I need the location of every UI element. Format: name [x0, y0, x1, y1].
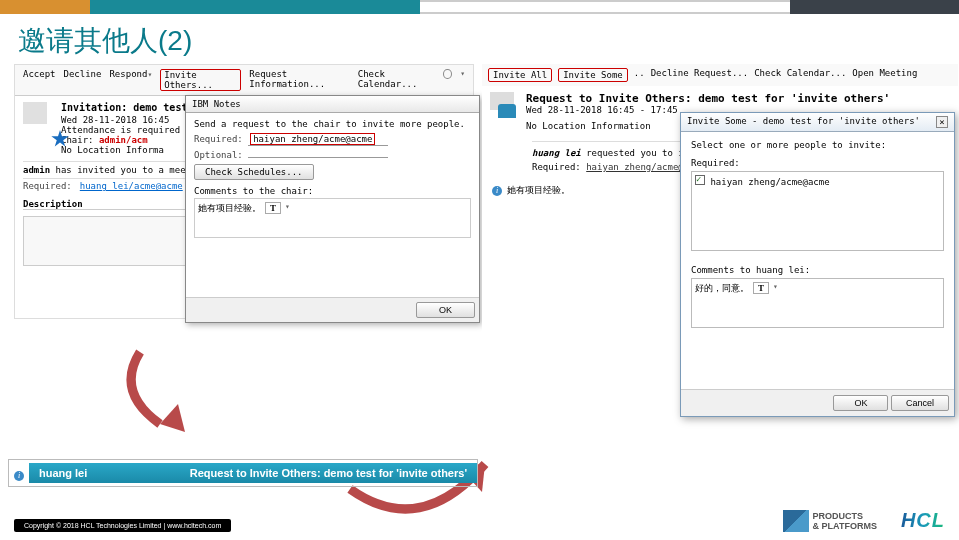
list-item[interactable]: haiyan zheng/acme@acme — [695, 175, 940, 187]
calendar-icon — [23, 102, 47, 124]
invite-some-dialog: Invite Some - demo test for 'invite othe… — [680, 112, 955, 417]
optional-input[interactable] — [248, 155, 388, 158]
info-icon: i — [492, 186, 502, 196]
caret-icon[interactable]: ▾ — [460, 69, 465, 91]
pp-line2: & PLATFORMS — [813, 521, 877, 531]
notification-name: huang lei — [39, 467, 87, 479]
band-dark — [790, 0, 959, 14]
band-orange — [0, 0, 90, 14]
copyright-text: Copyright © 2018 HCL Technologies Limite… — [14, 519, 231, 532]
ok-button[interactable]: OK — [833, 395, 888, 411]
comment-text: 她有项目经验。 — [507, 185, 570, 195]
notification-content: huang lei Request to Invite Others: demo… — [29, 463, 477, 483]
pp-line1: PRODUCTS — [813, 511, 877, 521]
inviter-name: admin — [23, 165, 50, 175]
optional-field: Optional: — [194, 150, 471, 160]
close-button[interactable]: × — [936, 116, 948, 128]
required-value: haiyan zheng/acme@acme — [250, 133, 375, 145]
dialog-footer: OK — [186, 297, 479, 322]
comments-textarea[interactable]: 她有项目经验。 T▾ — [194, 198, 471, 238]
request-info-button[interactable]: Request Information... — [249, 69, 349, 91]
invitation-toolbar: Accept Decline Respond▾ Invite Others...… — [15, 65, 473, 96]
required-input[interactable]: haiyan zheng/acme@acme — [248, 133, 388, 146]
request-toolbar: Invite All Invite Some .. Decline Reques… — [482, 64, 958, 86]
check-schedules-button[interactable]: Check Schedules... — [194, 164, 314, 180]
required-label: Required: — [532, 162, 581, 172]
ellipsis: .. — [634, 68, 645, 82]
meeting-request-icon — [490, 92, 518, 116]
respond-button[interactable]: Respond▾ — [109, 69, 152, 91]
content-area: Accept Decline Respond▾ Invite Others...… — [0, 64, 959, 494]
check-calendar-button[interactable]: Check Calendar... — [358, 69, 436, 91]
text-format-button[interactable]: T — [265, 202, 281, 214]
dialog-titlebar: Invite Some - demo test for 'invite othe… — [681, 113, 954, 132]
invite-all-button[interactable]: Invite All — [488, 68, 552, 82]
comments-value: 她有项目经验。 — [198, 202, 261, 215]
slide-header-band — [0, 0, 959, 14]
band-white — [420, 0, 790, 14]
logo-group: PRODUCTS & PLATFORMS HCL — [783, 509, 945, 532]
chair-value: admin/acm — [99, 135, 148, 145]
comments-section: Comments to the chair: 她有项目经验。 T▾ — [194, 186, 471, 238]
comments-textarea[interactable]: 好的，同意。 T▾ — [691, 278, 944, 328]
required-label: Required: — [691, 158, 944, 168]
dialog-title: Invite Some - demo test for 'invite othe… — [687, 116, 920, 128]
comments-label: Comments to huang lei: — [691, 265, 944, 275]
pp-icon — [783, 510, 809, 532]
open-meeting-button[interactable]: Open Meeting — [852, 68, 917, 82]
ok-button[interactable]: OK — [416, 302, 475, 318]
optional-label: Optional: — [194, 150, 243, 160]
request-title: Request to Invite Others: demo test for … — [526, 92, 890, 105]
invitation-panel: Accept Decline Respond▾ Invite Others...… — [14, 64, 474, 319]
refresh-icon[interactable] — [443, 69, 452, 79]
hcl-logo: HCL — [901, 509, 945, 532]
text-format-button[interactable]: T — [753, 282, 769, 294]
comments-value: 好的，同意。 — [695, 282, 749, 295]
dialog-body: Send a request to the chair to invite mo… — [186, 113, 479, 244]
svg-marker-0 — [160, 404, 185, 432]
info-icon: i — [9, 460, 29, 486]
check-calendar-button[interactable]: Check Calendar... — [754, 68, 846, 82]
dialog-title: IBM Notes — [186, 96, 479, 113]
dialog-prompt: Select one or more people to invite: — [691, 140, 944, 150]
request-panel: Invite All Invite Some .. Decline Reques… — [482, 64, 958, 422]
checkbox-icon[interactable] — [695, 175, 705, 185]
notification-subject: Request to Invite Others: demo test for … — [190, 467, 467, 479]
ibm-notes-dialog: IBM Notes Send a request to the chair to… — [185, 95, 480, 323]
caret-icon[interactable]: ▾ — [773, 282, 778, 291]
dialog-footer: OK Cancel — [681, 389, 954, 416]
slide-footer: Copyright © 2018 HCL Technologies Limite… — [0, 496, 959, 540]
products-platforms-logo: PRODUCTS & PLATFORMS — [783, 510, 877, 532]
band-teal — [90, 0, 420, 14]
required-field: Required: haiyan zheng/acme@acme — [194, 133, 471, 146]
required-label: Required: — [23, 181, 72, 191]
decline-request-button[interactable]: Decline Request... — [651, 68, 749, 82]
person-name: haiyan zheng/acme@acme — [710, 177, 829, 187]
invite-others-button[interactable]: Invite Others... — [160, 69, 241, 91]
invite-some-button[interactable]: Invite Some — [558, 68, 628, 82]
accept-button[interactable]: Accept — [23, 69, 56, 91]
invite-list[interactable]: haiyan zheng/acme@acme — [691, 171, 944, 251]
comments-label: Comments to the chair: — [194, 186, 471, 196]
caret-icon[interactable]: ▾ — [285, 202, 290, 211]
notification-bar[interactable]: i huang lei Request to Invite Others: de… — [8, 459, 478, 487]
required-label: Required: — [194, 134, 243, 144]
requester-name: huang lei — [532, 148, 581, 158]
respond-label: Respond — [109, 69, 147, 79]
decline-button[interactable]: Decline — [64, 69, 102, 91]
required-value[interactable]: huang lei/acme@acme — [80, 181, 183, 191]
cancel-button[interactable]: Cancel — [891, 395, 949, 411]
dialog-prompt: Send a request to the chair to invite mo… — [194, 119, 471, 129]
arrow-down-icon — [120, 342, 270, 442]
dialog-body: Select one or more people to invite: Req… — [681, 132, 954, 336]
caret-icon: ▾ — [147, 70, 152, 79]
page-title: 邀请其他人(2) — [0, 14, 959, 64]
